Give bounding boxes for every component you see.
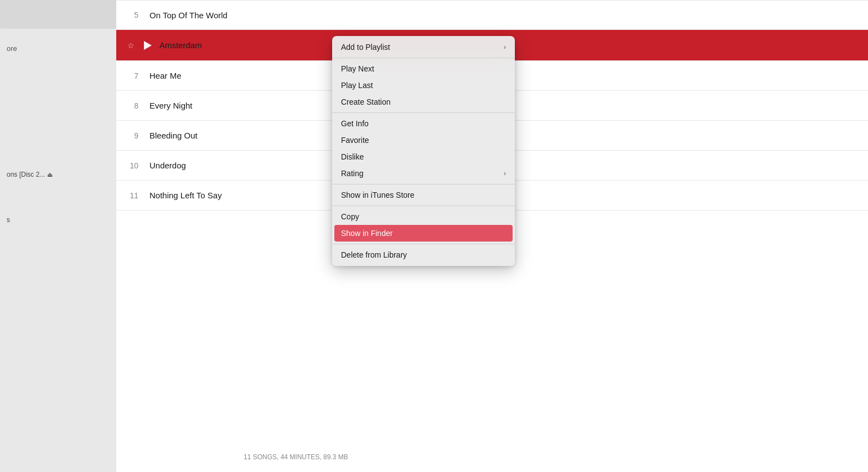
sidebar-store-label: ore <box>7 44 17 53</box>
track-number: 11 <box>127 191 149 200</box>
track-title-amsterdam: Amsterdam <box>159 40 202 50</box>
menu-label: Copy <box>341 212 506 221</box>
track-title: Every Night <box>149 101 193 110</box>
sidebar-disc-item[interactable]: ons [Disc 2... ⏏ <box>0 166 111 183</box>
menu-divider <box>332 206 515 206</box>
track-title: Hear Me <box>149 71 182 80</box>
menu-label: Favorite <box>341 136 506 145</box>
menu-item-show-itunes[interactable]: Show in iTunes Store <box>332 187 515 203</box>
menu-divider <box>332 112 515 113</box>
track-number: 8 <box>127 101 149 110</box>
menu-item-add-to-playlist[interactable]: Add to Playlist › <box>332 39 515 55</box>
menu-label: Get Info <box>341 119 506 128</box>
sidebar: ore ons [Disc 2... ⏏ s <box>0 0 116 472</box>
menu-label: Show in iTunes Store <box>341 191 506 199</box>
play-icon[interactable] <box>142 39 154 52</box>
menu-label: Show in Finder <box>341 229 506 238</box>
menu-label: Create Station <box>341 98 506 106</box>
sidebar-top-bar <box>0 0 116 29</box>
track-number: 9 <box>127 131 149 140</box>
menu-item-copy[interactable]: Copy <box>332 208 515 225</box>
menu-divider <box>332 58 515 58</box>
sidebar-bottom-label: s <box>7 216 10 224</box>
menu-item-show-finder[interactable]: Show in Finder <box>334 225 513 242</box>
context-menu: Add to Playlist › Play Next Play Last Cr… <box>332 36 515 266</box>
footer-label: 11 SONGS, 44 MINUTES, 89.3 MB <box>244 453 348 461</box>
menu-item-create-station[interactable]: Create Station <box>332 94 515 110</box>
track-title: Nothing Left To Say <box>149 191 222 200</box>
menu-item-delete-library[interactable]: Delete from Library <box>332 247 515 263</box>
menu-item-dislike[interactable]: Dislike <box>332 148 515 165</box>
sidebar-disc-label: ons [Disc 2... <box>7 171 45 178</box>
eject-icon: ⏏ <box>47 171 53 178</box>
track-number: 7 <box>127 71 149 80</box>
menu-label: Delete from Library <box>341 250 506 259</box>
chevron-right-icon: › <box>504 43 506 51</box>
track-title: Underdog <box>149 161 186 170</box>
menu-item-rating[interactable]: Rating › <box>332 165 515 182</box>
chevron-right-icon: › <box>504 170 506 177</box>
menu-label: Rating <box>341 169 504 178</box>
menu-label: Dislike <box>341 152 506 161</box>
menu-label: Play Last <box>341 81 506 90</box>
menu-item-get-info[interactable]: Get Info <box>332 115 515 132</box>
menu-item-play-next[interactable]: Play Next <box>332 60 515 77</box>
menu-label: Play Next <box>341 64 506 73</box>
star-icon: ☆ <box>127 41 138 50</box>
menu-divider <box>332 184 515 184</box>
track-number: 10 <box>127 161 149 170</box>
menu-label: Add to Playlist <box>341 43 504 52</box>
menu-divider <box>332 244 515 244</box>
menu-item-play-last[interactable]: Play Last <box>332 77 515 94</box>
track-title: Bleeding Out <box>149 131 198 140</box>
track-number: 5 <box>127 11 149 19</box>
table-row[interactable]: 5 On Top Of The World <box>116 0 868 30</box>
menu-item-favorite[interactable]: Favorite <box>332 132 515 148</box>
track-title: On Top Of The World <box>149 11 228 20</box>
